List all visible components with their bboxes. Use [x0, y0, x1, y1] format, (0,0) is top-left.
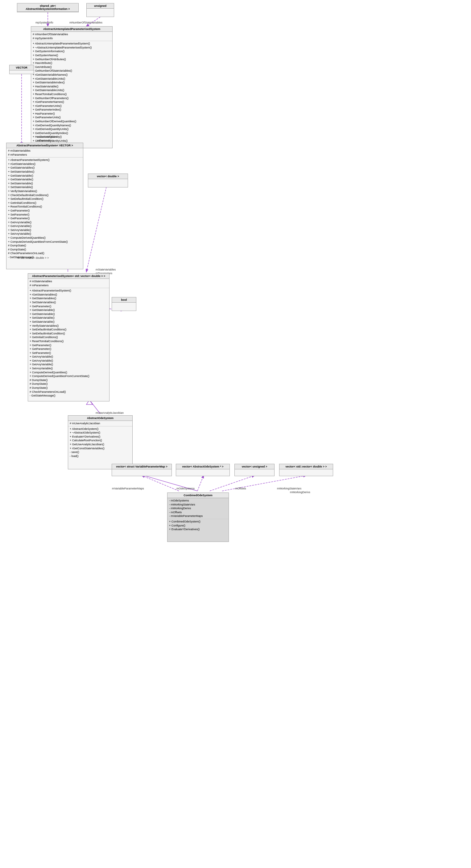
label-mNumberOfStateVariables: mNumberOfStateVariables	[69, 21, 102, 24]
abstract-parameterised-stdvector-box: AbstractParameterisedSystem< std::vector…	[28, 273, 109, 401]
shared-ptr-title: shared_ptr< AbstractOdeSystemInformation…	[17, 3, 78, 12]
abstract-untemplated-title: AbstractUntemplatedParameterisedSystem	[31, 27, 112, 32]
svg-line-15	[210, 475, 255, 491]
label-mWorkingStateVars: mWorkingStateVars	[277, 487, 301, 490]
vector-variable-parameter-map-box: vector< struct VariableParameterMap >	[112, 464, 172, 476]
combined-ode-system-box: CombinedOdeSystem - mOdeSystems - mWorki…	[167, 493, 229, 542]
svg-line-13	[142, 475, 179, 491]
vector-variable-parameter-map-title: vector< struct VariableParameterMap >	[112, 464, 171, 469]
bool-box: bool	[112, 297, 136, 311]
abstract-parameterised-stdvector-fields: # mStateVariables # mParameters	[28, 279, 109, 288]
label-mVariableParameterMaps: mVariableParameterMaps	[112, 487, 144, 490]
label-mWorkingDerivs: mWorkingDerivs	[290, 491, 310, 494]
vector-double-box: vector< double >	[88, 174, 128, 187]
abstract-parameterised-vector-methods: + AbstractParameterisedSystem() + rGetSt…	[6, 157, 83, 260]
bool-title: bool	[112, 297, 136, 303]
combined-ode-system-methods: + CombinedOdeSystem() + Configure() + Ev…	[167, 519, 229, 532]
abstract-parameterised-vector-box: AbstractParameterisedSystem< VECTOR > # …	[6, 143, 83, 269]
label-mpSystemInfo: mpSystemInfo	[35, 21, 53, 24]
abstract-ode-system-title: AbstractOdeSystem	[68, 415, 132, 421]
shared-ptr-box: shared_ptr< AbstractOdeSystemInformation…	[17, 3, 79, 12]
abstract-parameterised-vector-title: AbstractParameterisedSystem< VECTOR >	[6, 143, 83, 148]
label-mStateVariables1: mStateVariables	[37, 135, 57, 138]
label-mOffsets: mOffsets	[235, 487, 246, 490]
label-mParameters1: mParameters	[37, 139, 54, 142]
abstract-ode-system-box: AbstractOdeSystem # mUseAnalyticJacobian…	[68, 415, 133, 469]
abstract-ode-system-fields: # mUseAnalyticJacobian	[68, 421, 132, 427]
vector-unsigned-title: vector< unsigned >	[235, 464, 274, 469]
vector-std-vector-double-box: vector< std::vector< double > >	[279, 464, 333, 476]
label-mStateVariables2: mStateVariables	[96, 268, 116, 271]
abstract-untemplated-box: AbstractUntemplatedParameterisedSystem #…	[31, 26, 112, 148]
vector-title: VECTOR	[9, 65, 34, 70]
abstract-parameterised-stdvector-title: AbstractParameterisedSystem< std::vector…	[28, 274, 109, 279]
combined-ode-system-title: CombinedOdeSystem	[167, 493, 229, 498]
unsigned-title: unsigned	[87, 3, 114, 9]
label-std-vector: ≪ std::vector< double > >	[17, 256, 49, 259]
diagram-container: shared_ptr< AbstractOdeSystemInformation…	[0, 0, 471, 868]
unsigned-box: unsigned	[87, 3, 114, 17]
label-mUseAnalyticJacobian: mUseAnalyticJacobian	[96, 411, 124, 414]
abstract-untemplated-fields: # mNumberOfStateVariables # mpSystemInfo	[31, 32, 112, 41]
abstract-ode-system-methods: + AbstractOdeSystem() + ~AbstractOdeSyst…	[68, 427, 132, 459]
abstract-parameterised-vector-fields: # mStateVariables # mParameters	[6, 148, 83, 157]
svg-line-14	[197, 475, 204, 491]
label-mOdeSystems: mOdeSystems	[176, 487, 195, 490]
vector-box: VECTOR	[9, 65, 34, 74]
vector-std-vector-double-title: vector< std::vector< double > >	[279, 464, 333, 469]
vector-abstract-ode-system-title: vector< AbstractOdeSystem * >	[176, 464, 230, 469]
combined-ode-system-fields: - mOdeSystems - mWorkingStateVars - mWor…	[167, 498, 229, 519]
vector-double-title: vector< double >	[88, 174, 128, 179]
abstract-parameterised-stdvector-methods: + AbstractParameterisedSystem() + rGetSt…	[28, 288, 109, 398]
vector-unsigned-box: vector< unsigned >	[234, 464, 274, 476]
vector-abstract-ode-system-box: vector< AbstractOdeSystem * >	[176, 464, 230, 476]
svg-line-4	[87, 187, 106, 272]
